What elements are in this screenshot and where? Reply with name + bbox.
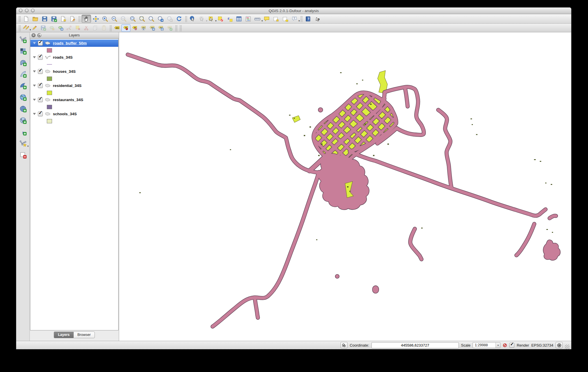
new-composer-button[interactable] xyxy=(59,15,68,23)
layer-visibility-checkbox[interactable] xyxy=(38,83,43,88)
deselect-features-button[interactable] xyxy=(216,15,225,23)
select-features-button[interactable] xyxy=(207,15,216,23)
expand-triangle-icon[interactable] xyxy=(33,70,36,72)
add-wcs-layer-button[interactable] xyxy=(18,104,28,113)
zoom-last-button[interactable] xyxy=(156,15,165,23)
zoom-selection-button[interactable] xyxy=(138,15,147,23)
close-window-button[interactable] xyxy=(19,9,23,12)
label-rotate-button[interactable] xyxy=(157,25,165,31)
current-edits-button[interactable] xyxy=(22,25,30,31)
field-calculator-button[interactable] xyxy=(244,15,253,23)
layer-symbology-row xyxy=(30,118,118,124)
help-icon xyxy=(305,16,311,22)
layer-item-schools_34S[interactable]: schools_34S xyxy=(30,110,118,118)
new-shapefile-layer-button[interactable] xyxy=(18,139,28,148)
layer-symbology-row xyxy=(30,103,118,110)
label-move-button[interactable] xyxy=(121,24,130,32)
open-project-button[interactable] xyxy=(31,15,40,23)
scale-combo[interactable]: 1:29988 ▼ xyxy=(473,342,500,348)
layer-item-residential_34S[interactable]: residential_34S xyxy=(30,82,118,89)
expand-triangle-icon[interactable] xyxy=(33,113,36,115)
panel-close-icon[interactable]: ✕ xyxy=(32,33,36,37)
extents-toggle-button[interactable] xyxy=(341,342,347,348)
expand-triangle-icon[interactable] xyxy=(33,85,36,87)
labeling-button[interactable] xyxy=(113,25,121,31)
layer-item-restaurants_34S[interactable]: restaurants_34S xyxy=(30,96,118,103)
projection-button[interactable] xyxy=(556,342,563,348)
layer-visibility-checkbox[interactable] xyxy=(38,55,43,60)
add-vector-layer-button[interactable] xyxy=(18,35,28,44)
minimize-window-button[interactable] xyxy=(25,9,29,12)
add-raster-layer-button[interactable] xyxy=(18,46,28,55)
layer-visibility-checkbox[interactable] xyxy=(38,97,43,102)
layer-visibility-checkbox[interactable] xyxy=(38,41,43,46)
identify-button[interactable] xyxy=(188,15,197,23)
layer-item-houses_34S[interactable]: houses_34S xyxy=(30,68,118,75)
pan-to-selection-icon xyxy=(93,16,99,22)
measure-button[interactable] xyxy=(253,15,262,23)
label-properties-button xyxy=(165,25,174,31)
panel-dock-icon[interactable] xyxy=(37,33,41,37)
toolbar-separator xyxy=(175,25,177,31)
move-feature-button[interactable] xyxy=(56,25,65,31)
whats-this-button[interactable] xyxy=(313,15,322,23)
pan-button[interactable] xyxy=(82,15,91,23)
remove-layer-button[interactable] xyxy=(18,150,28,159)
new-bookmark-button[interactable] xyxy=(271,15,280,23)
resize-grip[interactable] xyxy=(565,345,569,349)
label-pin-button[interactable] xyxy=(131,25,139,31)
zoom-layer-button[interactable] xyxy=(147,15,156,23)
new-project-button[interactable] xyxy=(22,15,31,23)
save-project-as-button[interactable] xyxy=(49,15,58,23)
add-postgis-layer-button[interactable] xyxy=(18,58,28,67)
zoom-layer-icon xyxy=(148,16,155,22)
zoom-out-button[interactable] xyxy=(110,15,119,23)
coordinate-input[interactable] xyxy=(371,342,459,348)
map-canvas[interactable] xyxy=(119,32,571,341)
layer-item-roads_34S[interactable]: roads_34S xyxy=(30,54,118,61)
title-bar[interactable]: QGIS 2.0.1-Dufour - analysis xyxy=(16,8,571,14)
add-wfs-layer-button[interactable] xyxy=(18,116,28,125)
refresh-button[interactable] xyxy=(175,15,184,23)
layer-symbology-row xyxy=(30,89,118,96)
select-expression-button[interactable] xyxy=(225,15,234,23)
zoom-full-button[interactable] xyxy=(128,15,137,23)
add-delimited-text-layer-button[interactable] xyxy=(18,127,28,136)
qgis-window: QGIS 2.0.1-Dufour - analysis ✕ Layers ro… xyxy=(16,7,572,349)
stop-render-icon[interactable]: ⊘ xyxy=(502,342,507,348)
render-checkbox[interactable] xyxy=(509,343,514,348)
panel-tab-layers[interactable]: Layers xyxy=(54,332,73,338)
map-tips-button[interactable] xyxy=(262,15,271,23)
expand-triangle-icon[interactable] xyxy=(33,56,36,58)
layer-name: residential_34S xyxy=(53,83,82,88)
add-spatialite-layer-button[interactable] xyxy=(18,69,28,79)
help-button[interactable] xyxy=(304,15,313,23)
scale-value: 1:29988 xyxy=(473,343,495,347)
expand-triangle-icon[interactable] xyxy=(33,99,36,101)
save-project-icon xyxy=(41,16,48,22)
expand-triangle-icon[interactable] xyxy=(33,42,36,44)
projection-icon xyxy=(557,343,561,347)
save-project-button[interactable] xyxy=(40,15,49,23)
add-wms-layer-button[interactable] xyxy=(18,92,28,102)
add-delimited-text-layer-icon xyxy=(19,128,27,136)
zoom-in-button[interactable] xyxy=(101,15,110,23)
add-spatialite-layer-icon xyxy=(19,70,27,78)
zoom-native-button xyxy=(119,15,128,23)
toggle-editing-button[interactable] xyxy=(30,25,39,31)
zoom-window-button[interactable] xyxy=(31,9,35,12)
show-bookmarks-icon xyxy=(282,16,289,22)
layer-visibility-checkbox[interactable] xyxy=(38,111,43,116)
status-bar: Coordinate: Scale 1:29988 ▼ ⊘ Render EPS… xyxy=(16,341,571,349)
show-bookmarks-button[interactable] xyxy=(281,15,290,23)
label-showhide-button[interactable] xyxy=(139,25,148,31)
layer-visibility-checkbox[interactable] xyxy=(38,69,43,74)
annotation-button[interactable] xyxy=(290,15,299,23)
pan-to-selection-button[interactable] xyxy=(91,15,100,23)
add-mssql-layer-button[interactable] xyxy=(18,81,28,90)
panel-tab-browser[interactable]: Browser xyxy=(73,332,95,338)
attribute-table-button[interactable] xyxy=(234,15,243,23)
layer-item-roads_buffer_50m[interactable]: roads_buffer_50m xyxy=(30,40,118,47)
composer-manager-button[interactable] xyxy=(68,15,77,23)
label-arrow-button[interactable] xyxy=(148,25,156,31)
